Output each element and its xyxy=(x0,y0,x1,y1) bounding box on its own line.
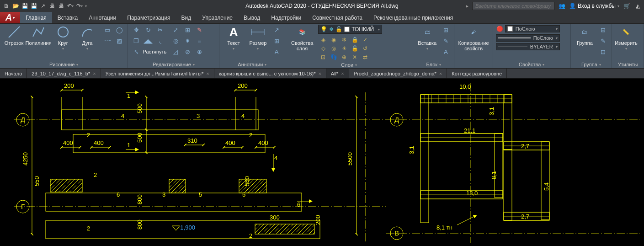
table-icon[interactable]: ⊞ xyxy=(271,36,282,46)
scale-icon[interactable]: ⤢ xyxy=(170,25,181,35)
break-icon[interactable]: ⊘ xyxy=(182,47,193,57)
group-edit-icon[interactable]: ✎ xyxy=(598,36,609,46)
dimension-tool[interactable]: Размер▾ xyxy=(247,25,269,51)
close-icon[interactable]: × xyxy=(206,71,209,76)
ellipse-icon[interactable]: ◯ xyxy=(114,25,125,35)
mtext-icon[interactable]: A xyxy=(271,47,282,57)
layer-off-icon[interactable]: ◉ xyxy=(329,36,339,44)
group-select-icon[interactable]: ⊡ xyxy=(598,47,609,57)
hatch-icon[interactable]: ▨ xyxy=(114,36,125,46)
file-tab[interactable]: карниз крыши с выно... с уклоном 10-16)*… xyxy=(214,69,326,78)
undo-icon[interactable]: ↶▾ xyxy=(67,2,74,10)
layer-thaw-icon[interactable]: ☀ xyxy=(339,44,349,53)
layer-unlock-icon[interactable]: 🔓 xyxy=(350,44,360,53)
open-icon[interactable]: 📂 xyxy=(12,2,19,10)
match-properties-tool[interactable]: 🖌Копирование свойств xyxy=(457,25,490,51)
polyline-tool[interactable]: Полилиния xyxy=(27,25,50,46)
tab-view[interactable]: Вид xyxy=(176,12,197,23)
move-icon[interactable]: ✥ xyxy=(131,25,142,35)
copy-icon[interactable]: ❐ xyxy=(131,36,142,46)
tab-addins[interactable]: Надстройки xyxy=(266,12,307,23)
color-combo[interactable]: ПоСлою▾ xyxy=(505,25,560,32)
tab-home[interactable]: Главная xyxy=(20,12,52,23)
tab-parametric[interactable]: Параметризация xyxy=(122,12,176,23)
array-icon[interactable]: ⊞ xyxy=(182,25,193,35)
cloud-icon[interactable]: ↗ xyxy=(39,2,47,10)
app-menu-button[interactable]: A▾ xyxy=(0,12,20,23)
file-tab[interactable]: Узел понижения дл...РампыТактилПлиты*× xyxy=(101,69,214,78)
stretch-icon[interactable]: ⤡ xyxy=(131,47,142,57)
redo-icon[interactable]: ↷▾ xyxy=(76,2,83,10)
arc-tool[interactable]: Дуга▾ xyxy=(76,25,98,51)
edit-block-icon[interactable]: ✎ xyxy=(440,36,451,46)
circle-tool[interactable]: Круг▾ xyxy=(52,25,74,51)
fillet-icon[interactable]: ◟ xyxy=(154,36,165,46)
line-tool[interactable]: Отрезок xyxy=(3,25,25,46)
layer-chg-icon[interactable]: ⇄ xyxy=(360,53,370,61)
close-icon[interactable]: × xyxy=(318,71,321,76)
file-tab[interactable]: Proekt_zagorodnogo_zhilogo_doma*× xyxy=(349,69,447,78)
qat-more[interactable]: ▾ xyxy=(85,4,87,8)
ungroup-icon[interactable]: ⊟ xyxy=(598,25,609,35)
new-icon[interactable]: 🗎 xyxy=(3,2,10,10)
file-tab[interactable]: Коттедж разноуровне xyxy=(447,69,507,78)
tab-output[interactable]: Вывод xyxy=(238,12,266,23)
login-button[interactable]: 👤 Вход в службы ▾ xyxy=(569,3,619,9)
leader-icon[interactable]: ↗ xyxy=(271,25,282,35)
insert-block-tool[interactable]: 🗃Вставка▾ xyxy=(416,25,438,51)
file-tab[interactable]: Начало xyxy=(0,69,27,78)
attr-icon[interactable]: A xyxy=(440,47,451,57)
layer-match-icon[interactable]: ✓ xyxy=(360,36,370,44)
rotate-icon[interactable]: ↻ xyxy=(143,25,154,35)
close-icon[interactable]: × xyxy=(93,71,96,76)
layer-uniso-icon[interactable]: ◇ xyxy=(318,44,328,53)
close-icon[interactable]: × xyxy=(439,71,442,76)
tab-manage[interactable]: Управление xyxy=(197,12,238,23)
plot-icon[interactable]: 🖶 xyxy=(48,2,56,10)
autodesk-icon[interactable]: ◭ xyxy=(634,2,641,10)
align-icon[interactable]: ≡ xyxy=(194,36,205,46)
close-icon[interactable]: × xyxy=(341,71,344,76)
lineweight-combo[interactable]: ПоСлою▾ xyxy=(496,34,560,42)
layer-del-icon[interactable]: ✕ xyxy=(350,53,360,61)
layer-iso-icon[interactable]: ◈ xyxy=(318,36,328,44)
spline-icon[interactable]: 〰 xyxy=(102,36,113,46)
join-icon[interactable]: ⊕ xyxy=(194,47,205,57)
layer-walk-icon[interactable]: 👣 xyxy=(329,53,339,61)
explode-icon[interactable]: ✷ xyxy=(182,36,193,46)
chamfer-icon[interactable]: ◿ xyxy=(170,47,181,57)
tab-collaborate[interactable]: Совместная работа xyxy=(307,12,368,23)
color-wheel-icon[interactable]: 🔴 xyxy=(496,25,504,33)
layer-freeze2-icon[interactable]: ❄ xyxy=(339,36,349,44)
print-icon[interactable]: 🖶 xyxy=(58,2,65,10)
save-icon[interactable]: 💾 xyxy=(21,2,28,10)
file-tab[interactable]: All*× xyxy=(326,69,349,78)
tab-annotate[interactable]: Аннотации xyxy=(83,12,122,23)
trim-icon[interactable]: ✂ xyxy=(154,25,165,35)
panel-layers-title: Слои xyxy=(341,62,353,68)
rect-icon[interactable]: ▭ xyxy=(102,25,113,35)
layer-merge-icon[interactable]: ⊕ xyxy=(339,53,349,61)
define-block-icon[interactable]: ⊞ xyxy=(440,25,451,35)
layer-state-icon[interactable]: ⊡ xyxy=(318,53,328,61)
search-input[interactable] xyxy=(472,2,554,10)
saveas-icon[interactable]: 💾 xyxy=(30,2,37,10)
offset-icon[interactable]: ◎ xyxy=(170,36,181,46)
drawing-canvas[interactable]: Д Г 4250 200 200 500 500 310 400 400 400… xyxy=(0,79,644,246)
layer-dropdown[interactable]: 💡 ❄ 🔓 ТОНКИЙ ▾ xyxy=(318,25,382,34)
cart-icon[interactable]: 🛒 xyxy=(623,2,630,10)
tab-insert[interactable]: Вставка xyxy=(52,12,84,23)
layer-lock2-icon[interactable]: 🔒 xyxy=(350,36,360,44)
file-tab[interactable]: 23_10_17_dwg_c_118_b*× xyxy=(27,69,101,78)
layer-on-icon[interactable]: ◎ xyxy=(329,44,339,53)
text-tool[interactable]: AТекст▾ xyxy=(222,25,245,51)
mirror-icon[interactable]: ◢◣ xyxy=(143,36,154,46)
group-tool[interactable]: 🗂Группа xyxy=(574,25,596,46)
connect-icon[interactable]: 👥 xyxy=(558,2,565,10)
layer-prev-icon[interactable]: ↺ xyxy=(360,44,370,53)
measure-tool[interactable]: 📏Измерить▾ xyxy=(615,25,638,51)
linetype-combo[interactable]: BYLAYER▾ xyxy=(496,43,560,50)
tab-featured[interactable]: Рекомендованные приложения xyxy=(368,12,458,23)
layer-properties-tool[interactable]: 📚Свойства слоя xyxy=(288,25,316,51)
erase-icon[interactable]: ✎ xyxy=(194,25,205,35)
